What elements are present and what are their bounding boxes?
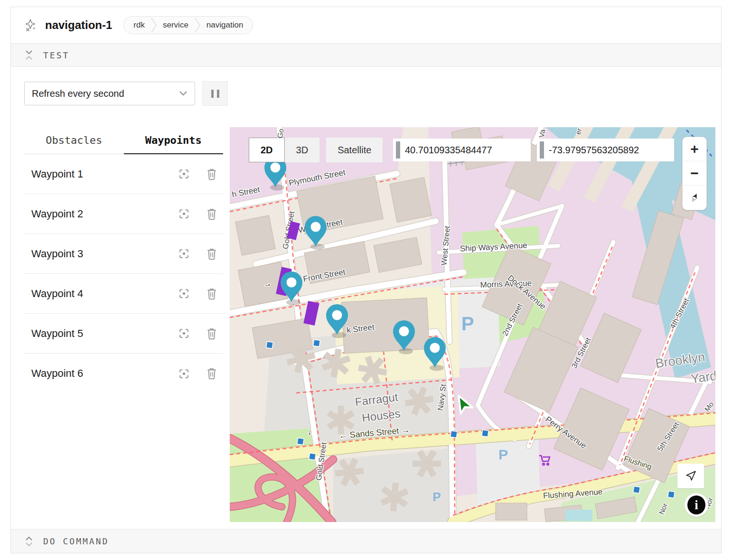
longitude-value: -73.97957563205892 <box>549 145 639 156</box>
focus-icon <box>178 327 190 339</box>
trash-icon <box>206 288 217 300</box>
map-info-button[interactable]: i <box>685 493 708 517</box>
map-view-buttons: 2D 3D Satellite <box>249 138 383 162</box>
delete-waypoint-button[interactable] <box>206 168 217 180</box>
info-icon: i <box>687 495 705 514</box>
navigation-card: navigation-1 rdkservicenavigation TEST R… <box>10 7 722 553</box>
map-node-marker <box>297 438 304 445</box>
map-building <box>390 177 432 223</box>
waypoints-panel: Obstacles Waypoints Waypoint 1Waypoint 2… <box>11 120 230 393</box>
drag-handle[interactable] <box>396 141 400 159</box>
focus-icon <box>178 288 190 299</box>
card-header: navigation-1 rdkservicenavigation <box>11 7 721 43</box>
refresh-rate-value: Refresh every second <box>32 88 124 99</box>
latitude-input[interactable]: 40.70109335484477 <box>393 139 531 161</box>
service-sparkle-icon <box>23 18 38 32</box>
focus-waypoint-button[interactable] <box>178 248 190 260</box>
focus-icon <box>178 208 190 220</box>
waypoint-row: Waypoint 3 <box>24 234 223 274</box>
map-node-marker <box>668 491 675 498</box>
breadcrumb-separator-icon <box>195 17 200 33</box>
refresh-controls: Refresh every second <box>11 67 721 120</box>
map-node-marker <box>313 340 320 347</box>
focus-icon <box>178 368 190 380</box>
waypoint-row: Waypoint 1 <box>24 154 223 194</box>
focus-icon <box>178 248 190 260</box>
map-canvas[interactable]: PPPPlymouth Streeth StreetWater StreetFr… <box>230 127 715 522</box>
waypoint-row: Waypoint 5 <box>24 314 223 354</box>
parking-icon: P <box>498 447 508 462</box>
waypoint-row: Waypoint 6 <box>24 354 223 393</box>
pause-icon <box>211 90 214 98</box>
focus-icon <box>178 168 190 180</box>
breadcrumb-item: navigation <box>206 20 244 30</box>
zoom-in-button[interactable]: + <box>683 137 706 161</box>
tab-obstacles[interactable]: Obstacles <box>24 134 124 154</box>
do-command-section-label: DO COMMAND <box>43 536 109 546</box>
waypoint-name: Waypoint 2 <box>31 208 162 220</box>
test-section-bar[interactable]: TEST <box>11 43 721 67</box>
delete-waypoint-button[interactable] <box>206 248 217 260</box>
expand-icon <box>24 536 34 547</box>
trash-icon <box>206 208 217 220</box>
delete-waypoint-button[interactable] <box>206 327 217 340</box>
zoom-out-button[interactable]: − <box>683 161 706 186</box>
trash-icon <box>206 168 217 180</box>
trash-icon <box>206 327 217 340</box>
tab-waypoints[interactable]: Waypoints <box>124 134 224 154</box>
waypoint-name: Waypoint 4 <box>31 288 162 300</box>
main-content: Obstacles Waypoints Waypoint 1Waypoint 2… <box>11 120 721 522</box>
focus-waypoint-button[interactable] <box>178 208 190 220</box>
map-building <box>235 215 275 255</box>
map-node-marker <box>266 342 273 349</box>
breadcrumb: rdkservicenavigation <box>123 16 253 34</box>
waypoint-name: Waypoint 6 <box>31 367 162 380</box>
trash-icon <box>206 367 217 380</box>
do-command-section-bar[interactable]: DO COMMAND <box>11 529 721 553</box>
trash-icon <box>206 248 217 260</box>
view-3d-button[interactable]: 3D <box>285 138 320 162</box>
street-label: Go <box>275 128 285 139</box>
chevron-down-icon <box>179 91 188 96</box>
view-2d-button[interactable]: 2D <box>249 138 285 162</box>
map-node-marker <box>309 453 316 460</box>
breadcrumb-separator-icon <box>151 17 157 33</box>
map-zoom-controls: + − <box>682 137 707 210</box>
map[interactable]: PPPPlymouth Streeth StreetWater StreetFr… <box>230 127 715 522</box>
street-label: → <box>263 279 272 289</box>
waypoint-name: Waypoint 1 <box>31 168 162 180</box>
compass-needle-icon <box>689 192 700 204</box>
parking-icon: P <box>461 313 474 334</box>
parking-icon: P <box>432 490 441 504</box>
breadcrumb-item: rdk <box>133 20 145 30</box>
focus-waypoint-button[interactable] <box>178 368 190 380</box>
latitude-value: 40.70109335484477 <box>405 145 492 156</box>
waypoint-name: Waypoint 3 <box>31 248 162 260</box>
drag-handle[interactable] <box>540 141 544 159</box>
delete-waypoint-button[interactable] <box>206 288 217 300</box>
delete-waypoint-button[interactable] <box>206 367 217 380</box>
focus-waypoint-button[interactable] <box>178 168 190 180</box>
pause-refresh-button[interactable] <box>202 81 228 106</box>
map-node-marker <box>482 430 489 437</box>
refresh-rate-select[interactable]: Refresh every second <box>24 82 195 105</box>
delete-waypoint-button[interactable] <box>206 208 217 220</box>
collapse-icon <box>24 49 34 61</box>
focus-waypoint-button[interactable] <box>178 327 190 339</box>
waypoint-list: Waypoint 1Waypoint 2Waypoint 3Waypoint 4… <box>24 154 223 393</box>
locate-robot-button[interactable] <box>677 464 704 488</box>
send-arrow-icon <box>685 470 697 482</box>
map-pool <box>565 510 592 521</box>
page-title: navigation-1 <box>45 19 112 32</box>
map-building <box>496 503 527 520</box>
compass-button[interactable] <box>683 186 706 210</box>
panel-tabs: Obstacles Waypoints <box>24 134 223 154</box>
waypoint-row: Waypoint 2 <box>24 194 223 234</box>
waypoint-name: Waypoint 5 <box>31 327 162 340</box>
focus-waypoint-button[interactable] <box>178 288 190 299</box>
longitude-input[interactable]: -73.97957563205892 <box>537 139 674 161</box>
test-section-label: TEST <box>43 50 69 60</box>
view-satellite-button[interactable]: Satellite <box>326 138 383 162</box>
waypoint-row: Waypoint 4 <box>24 274 223 314</box>
map-node-marker <box>633 486 640 494</box>
